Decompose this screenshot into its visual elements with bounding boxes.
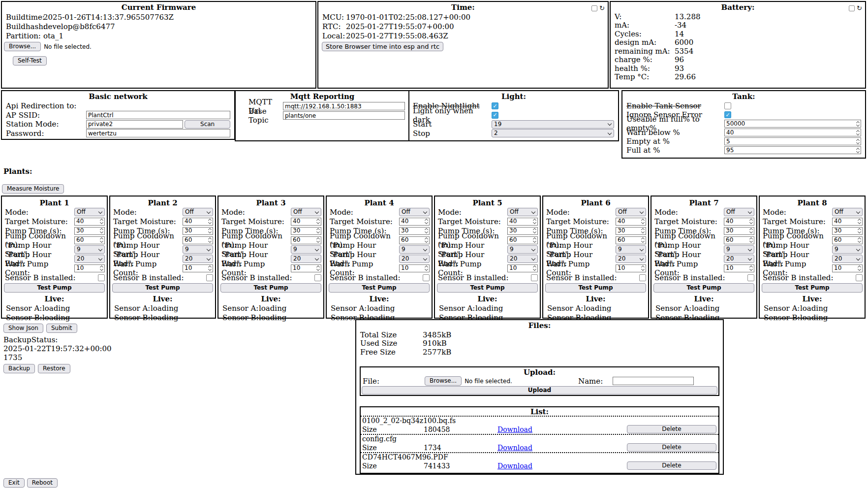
- battery-auto-refresh-checkbox[interactable]: [849, 5, 855, 11]
- test-pump-button[interactable]: Test Pump: [4, 283, 105, 293]
- warn-pump-count-input[interactable]: 10: [399, 264, 430, 272]
- pump-hour-start-select[interactable]: 9: [832, 245, 863, 254]
- pump-hour-start-select[interactable]: 9: [616, 245, 646, 254]
- sensor-b-installed-checkbox[interactable]: [314, 274, 321, 281]
- pump-time-input[interactable]: 30: [724, 227, 754, 235]
- file-delete-button[interactable]: Delete: [627, 443, 716, 452]
- test-pump-button[interactable]: Test Pump: [545, 283, 646, 293]
- pump-hour-start-select[interactable]: 9: [399, 245, 430, 254]
- pump-cooldown-input[interactable]: 60: [832, 236, 863, 244]
- self-test-button[interactable]: Self-Test: [13, 56, 47, 66]
- sensor-b-installed-checkbox[interactable]: [747, 274, 754, 281]
- spinner-icon[interactable]: [750, 238, 753, 242]
- measure-moisture-button[interactable]: Measure Moisture: [2, 184, 64, 194]
- spinner-icon[interactable]: [750, 219, 753, 224]
- show-json-button[interactable]: Show Json: [3, 324, 43, 333]
- test-pump-button[interactable]: Test Pump: [329, 283, 430, 293]
- spinner-icon[interactable]: [317, 219, 320, 224]
- warn-pump-count-input[interactable]: 10: [74, 264, 105, 272]
- empty-at-input[interactable]: 5: [724, 137, 861, 145]
- warn-pump-count-input[interactable]: 10: [616, 264, 646, 272]
- spinner-icon[interactable]: [100, 238, 103, 242]
- warn-pump-count-input[interactable]: 10: [507, 264, 538, 272]
- light-start-select[interactable]: 19: [492, 120, 614, 129]
- full-at-input[interactable]: 95: [724, 146, 861, 154]
- test-pump-button[interactable]: Test Pump: [112, 283, 213, 293]
- file-delete-button[interactable]: Delete: [627, 425, 716, 433]
- sensor-b-installed-checkbox[interactable]: [639, 274, 646, 281]
- sensor-b-installed-checkbox[interactable]: [98, 274, 105, 281]
- warn-pump-count-input[interactable]: 10: [724, 264, 754, 272]
- pump-hour-end-select[interactable]: 20: [399, 255, 430, 263]
- target-moisture-input[interactable]: 40: [724, 218, 754, 226]
- spinner-icon[interactable]: [857, 131, 860, 135]
- target-moisture-input[interactable]: 40: [399, 218, 430, 226]
- sensor-b-installed-checkbox[interactable]: [531, 274, 538, 281]
- pump-cooldown-input[interactable]: 60: [183, 236, 213, 244]
- light-only-when-dark-checkbox[interactable]: [492, 112, 498, 119]
- upload-button[interactable]: Upload: [362, 386, 717, 394]
- reboot-button[interactable]: Reboot: [27, 478, 58, 488]
- pump-hour-end-select[interactable]: 20: [74, 255, 105, 263]
- spinner-icon[interactable]: [100, 266, 103, 270]
- warn-pump-count-input[interactable]: 10: [291, 264, 321, 272]
- mode-select[interactable]: Off: [183, 208, 213, 216]
- spinner-icon[interactable]: [317, 266, 320, 270]
- mode-select[interactable]: Off: [291, 208, 321, 216]
- pump-hour-end-select[interactable]: 20: [183, 255, 213, 263]
- pump-time-input[interactable]: 30: [399, 227, 430, 235]
- spinner-icon[interactable]: [425, 238, 428, 242]
- useable-ml-input[interactable]: 50000: [724, 120, 861, 128]
- pump-hour-end-select[interactable]: 20: [291, 255, 321, 263]
- pump-time-input[interactable]: 30: [832, 227, 863, 235]
- firmware-browse-button[interactable]: Browse...: [4, 42, 41, 51]
- pump-hour-end-select[interactable]: 20: [832, 255, 863, 263]
- spinner-icon[interactable]: [533, 229, 536, 233]
- mqtt-url-input[interactable]: [283, 102, 405, 110]
- pump-hour-start-select[interactable]: 9: [74, 245, 105, 254]
- file-delete-button[interactable]: Delete: [627, 461, 716, 470]
- pump-hour-start-select[interactable]: 9: [183, 245, 213, 254]
- scan-button[interactable]: Scan: [185, 120, 230, 129]
- spinner-icon[interactable]: [100, 229, 103, 233]
- file-download-link[interactable]: Download: [497, 462, 532, 470]
- pump-time-input[interactable]: 30: [291, 227, 321, 235]
- target-moisture-input[interactable]: 40: [183, 218, 213, 226]
- ap-ssid-input[interactable]: [86, 111, 230, 119]
- spinner-icon[interactable]: [858, 266, 861, 270]
- target-moisture-input[interactable]: 40: [507, 218, 538, 226]
- password-input[interactable]: [86, 129, 230, 137]
- warn-pump-count-input[interactable]: 10: [183, 264, 213, 272]
- file-download-link[interactable]: Download: [497, 426, 532, 433]
- spinner-icon[interactable]: [533, 219, 536, 224]
- backup-button[interactable]: Backup: [3, 364, 35, 373]
- target-moisture-input[interactable]: 40: [291, 218, 321, 226]
- pump-hour-end-select[interactable]: 20: [507, 255, 538, 263]
- pump-time-input[interactable]: 30: [616, 227, 646, 235]
- mode-select[interactable]: Off: [724, 208, 754, 216]
- spinner-icon[interactable]: [857, 148, 860, 153]
- restore-button[interactable]: Restore: [38, 364, 70, 373]
- pump-cooldown-input[interactable]: 60: [507, 236, 538, 244]
- spinner-icon[interactable]: [642, 229, 645, 233]
- file-download-link[interactable]: Download: [497, 444, 532, 452]
- enable-tank-sensor-checkbox[interactable]: [724, 102, 731, 109]
- spinner-icon[interactable]: [642, 219, 645, 224]
- pump-hour-start-select[interactable]: 9: [507, 245, 538, 254]
- pump-hour-start-select[interactable]: 9: [291, 245, 321, 254]
- spinner-icon[interactable]: [858, 229, 861, 233]
- spinner-icon[interactable]: [750, 229, 753, 233]
- spinner-icon[interactable]: [209, 229, 212, 233]
- pump-hour-end-select[interactable]: 20: [724, 255, 754, 263]
- pump-time-input[interactable]: 30: [507, 227, 538, 235]
- test-pump-button[interactable]: Test Pump: [220, 283, 321, 293]
- pump-cooldown-input[interactable]: 60: [724, 236, 754, 244]
- warn-below-input[interactable]: 40: [724, 129, 861, 136]
- store-browser-time-button[interactable]: Store Browser time into esp and rtc: [322, 42, 443, 51]
- target-moisture-input[interactable]: 40: [832, 218, 863, 226]
- spinner-icon[interactable]: [100, 219, 103, 224]
- refresh-icon[interactable]: ↻: [857, 5, 862, 11]
- station-mode-input[interactable]: [86, 120, 183, 129]
- time-auto-refresh-checkbox[interactable]: [591, 5, 597, 11]
- upload-browse-button[interactable]: Browse...: [425, 376, 462, 386]
